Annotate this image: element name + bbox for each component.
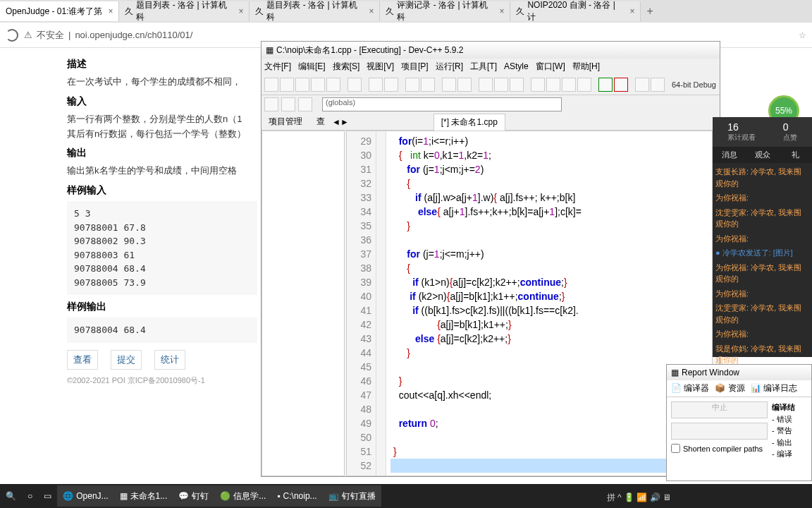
open-icon[interactable] (280, 78, 294, 92)
close-icon[interactable]: × (369, 6, 374, 16)
menu-run[interactable]: 运行[R] (436, 61, 463, 73)
fwd-icon[interactable] (281, 97, 295, 111)
tab-compiler[interactable]: 📄 编译器 (671, 382, 709, 394)
menu-window[interactable]: 窗口[W] (536, 61, 565, 73)
chart-icon[interactable] (651, 78, 665, 92)
save-icon[interactable] (295, 78, 309, 92)
window-title-bar[interactable]: ▦ C:\noip\未命名1.cpp - [Executing] - Dev-C… (262, 42, 720, 59)
grid-icon[interactable] (562, 78, 576, 92)
debug-mode-select[interactable]: 64-bit Debug (672, 80, 716, 89)
task-dingtalk[interactable]: 💬 钉钉 (173, 485, 214, 507)
find-icon[interactable] (405, 78, 419, 92)
menu-tools[interactable]: 工具[T] (470, 61, 497, 73)
menu-view[interactable]: 视图[V] (367, 61, 394, 73)
menu-astyle[interactable]: AStyle (504, 61, 529, 71)
menu-file[interactable]: 文件[F] (264, 61, 291, 73)
tab[interactable]: 久题目列表 - 洛谷 | 计算机科× (250, 1, 380, 21)
print-icon[interactable] (347, 78, 362, 92)
search-icon[interactable]: 🔍 (0, 485, 22, 507)
chat-tab-viewers[interactable]: 观众 (746, 147, 779, 163)
desc-text: 在一次考试中，每个学生的成绩都不相同， (67, 75, 257, 90)
btn-icon[interactable] (298, 97, 312, 111)
redo-icon[interactable] (384, 78, 398, 92)
left-arrow-icon[interactable]: ◄ (332, 117, 340, 127)
chat-tab-msg[interactable]: 消息 (713, 147, 746, 163)
chat-tab-gift[interactable]: 礼 (779, 147, 812, 163)
undo-icon[interactable] (369, 78, 383, 92)
menu-project[interactable]: 项目[P] (401, 61, 429, 73)
star-icon[interactable]: ☆ (799, 30, 806, 40)
report-input[interactable] (671, 423, 768, 440)
menu-help[interactable]: 帮助[H] (572, 61, 600, 73)
sample-input: 5 3 90788001 67.8 90788002 90.3 90788003… (67, 201, 257, 295)
code-area[interactable]: for(i=1;i<=r;i++) { int k=0,k1=1,k2=1; f… (386, 131, 712, 476)
run-icon[interactable] (457, 78, 472, 92)
line-gutter: 2930313233343536373839404142434445464748… (347, 131, 376, 476)
stop-button[interactable]: 中止 (671, 401, 768, 418)
close-icon[interactable] (326, 78, 340, 92)
new-icon[interactable] (264, 78, 278, 92)
step-icon[interactable] (494, 78, 508, 92)
cortana-icon[interactable]: ○ (22, 485, 38, 507)
close-icon[interactable]: × (629, 6, 634, 16)
right-arrow-icon[interactable]: ► (340, 117, 349, 127)
system-tray[interactable]: 拼 ^ 🔋 📶 🔊 🖥 (607, 492, 671, 504)
saveall-icon[interactable] (311, 78, 325, 92)
close-icon[interactable]: × (108, 6, 113, 16)
grid-icon[interactable] (546, 78, 560, 92)
code-editor[interactable]: 2930313233343536373839404142434445464748… (346, 131, 713, 476)
scope-select[interactable]: (globals) (322, 97, 562, 111)
tab-compile-log[interactable]: 📊 编译日志 (751, 382, 797, 394)
desc-heading: 描述 (67, 58, 257, 71)
report-title-bar[interactable]: ▦ Report Window (667, 365, 811, 380)
tab[interactable]: 久题目列表 - 洛谷 | 计算机科× (119, 1, 250, 21)
url-input[interactable]: ⚠ 不安全 | noi.openjudge.cn/ch0110/01/ (24, 29, 793, 42)
toolbar: 64-bit Debug (262, 74, 720, 95)
tab[interactable]: 久评测记录 - 洛谷 | 计算机科× (380, 1, 510, 21)
report-window: ▦ Report Window 📄 编译器 📦 资源 📊 编译日志 中止 Sho… (666, 364, 812, 481)
stats-button[interactable]: 统计 (154, 350, 185, 370)
task-info[interactable]: 🟢 信息学... (214, 485, 271, 507)
file-tab[interactable]: [*] 未命名1.cpp (433, 114, 505, 131)
project-tab[interactable]: 项目管理 (262, 116, 309, 128)
new-tab-button[interactable]: + (641, 5, 658, 18)
tab-active[interactable]: OpenJudge - 01:谁考了第× (0, 1, 119, 21)
tab[interactable]: 久NOIP2020 自测 - 洛谷 | 计× (510, 1, 641, 21)
project-panel (262, 131, 345, 476)
view-button[interactable]: 查看 (67, 350, 98, 370)
tab-row: 项目管理 查 ◄ ► [*] 未命名1.cpp (262, 114, 720, 131)
menu-search[interactable]: 搜索[S] (333, 61, 360, 73)
copyright: ©2002-2021 POI 京ICP备20010980号-1 (67, 375, 257, 386)
reload-icon[interactable] (6, 29, 18, 42)
scope-bar: (globals) (262, 95, 720, 114)
output-heading: 输出 (67, 147, 257, 159)
compile-icon[interactable] (442, 78, 456, 92)
taskview-icon[interactable]: ▭ (38, 485, 57, 507)
close-icon[interactable]: × (238, 6, 243, 16)
app-icon: ▦ (266, 45, 273, 55)
grid-icon[interactable] (531, 78, 545, 92)
grid-icon[interactable] (577, 78, 591, 92)
problem-content: 描述 在一次考试中，每个学生的成绩都不相同， 输入 第一行有两个整数，分别是学生… (67, 48, 257, 386)
submit-button[interactable]: 提交 (111, 350, 142, 370)
task-devcpp[interactable]: ▦ 未命名1... (114, 485, 173, 507)
fold-gutter[interactable] (376, 131, 386, 476)
back-icon[interactable] (264, 97, 278, 111)
debug-icon[interactable] (479, 78, 493, 92)
compile-summary: 编译结 - 错误 - 警告 - 输出 - 编译 (772, 401, 807, 460)
replace-icon[interactable] (421, 78, 435, 92)
chart-icon[interactable] (635, 78, 649, 92)
check-icon[interactable] (598, 78, 613, 92)
shorten-paths-checkbox[interactable]: Shorten compiler paths (671, 444, 768, 453)
close-icon[interactable]: × (499, 6, 504, 16)
project-tab2[interactable]: 查 (309, 116, 332, 128)
input-heading: 输入 (67, 95, 257, 108)
app-icon: ▦ (671, 368, 679, 377)
menu-edit[interactable]: 编辑[E] (298, 61, 326, 73)
tab-resources[interactable]: 📦 资源 (715, 382, 744, 394)
step-icon[interactable] (510, 78, 524, 92)
task-live[interactable]: 📺 钉钉直播 (323, 485, 381, 507)
x-icon[interactable] (614, 78, 628, 92)
task-console[interactable]: ▪ C:\noip... (271, 485, 322, 507)
task-chrome[interactable]: 🌐 OpenJ... (57, 485, 113, 507)
